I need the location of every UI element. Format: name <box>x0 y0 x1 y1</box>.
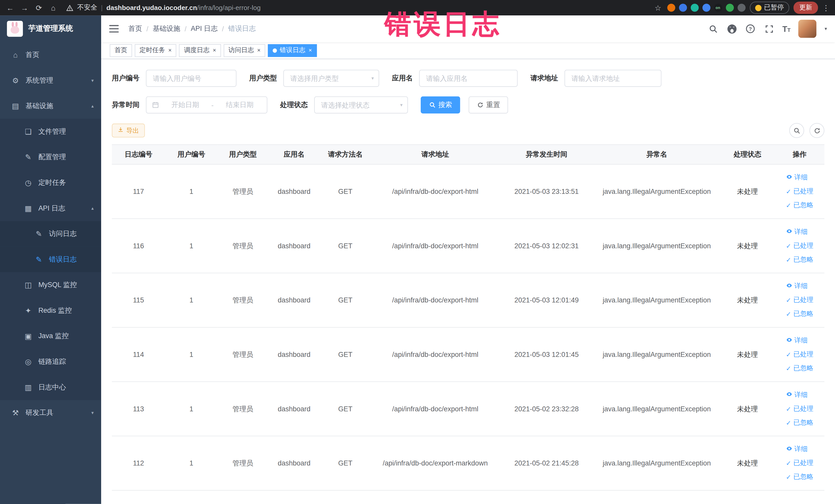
browser-home-icon[interactable]: ⌂ <box>48 3 58 12</box>
help-icon[interactable]: ? <box>745 23 756 34</box>
chevron-down-icon[interactable]: ▾ <box>825 26 827 32</box>
sidebar-item-infrastructure[interactable]: ▤基础设施▴ <box>0 93 101 119</box>
update-button[interactable]: 更新 <box>793 2 818 14</box>
date-range-picker[interactable]: 开始日期 - 结束日期 <box>146 97 267 114</box>
action-processed-link[interactable]: ✓已处理 <box>786 185 813 199</box>
action-detail-link[interactable]: 详细 <box>786 225 808 239</box>
action-label: 已处理 <box>793 187 813 196</box>
sidebar-item-home[interactable]: ⌂首页 <box>0 42 101 68</box>
action-ignored-link[interactable]: ✓已忽略 <box>786 253 813 266</box>
breadcrumb-item[interactable]: API 日志 <box>191 24 218 33</box>
action-processed-link[interactable]: ✓已处理 <box>786 456 813 470</box>
extension-icon[interactable] <box>737 4 745 12</box>
url-cell: /api/infra/db-doc/export-html <box>371 327 500 382</box>
action-detail-link[interactable]: 详细 <box>786 442 808 456</box>
hide-search-button[interactable] <box>789 123 804 138</box>
sidebar-item-mysql-monitor[interactable]: ◫MySQL 监控 <box>0 272 101 298</box>
close-icon[interactable]: × <box>213 47 216 54</box>
sidebar-item-redis-monitor[interactable]: ✦Redis 监控 <box>0 298 101 323</box>
user-type-select[interactable]: ▾ <box>283 70 379 87</box>
sidebar-item-label: 基础设施 <box>26 101 54 110</box>
app-name-cell: dashboard <box>268 436 320 490</box>
tab-scheduled-jobs[interactable]: 定时任务× <box>135 44 177 57</box>
action-detail-link[interactable]: 详细 <box>786 388 808 402</box>
tab-error-log[interactable]: 错误日志× <box>268 44 317 57</box>
extension-icon[interactable] <box>726 4 734 12</box>
github-icon[interactable] <box>727 23 737 34</box>
active-dot <box>273 48 277 53</box>
tab-access-log[interactable]: 访问日志× <box>224 44 265 57</box>
sidebar-item-trace[interactable]: ◎链路追踪 <box>0 349 101 375</box>
action-processed-link[interactable]: ✓已处理 <box>786 402 813 416</box>
browser-menu-icon[interactable]: ⋮ <box>822 3 830 12</box>
process-status-select[interactable]: ▾ <box>314 97 408 114</box>
reload-icon[interactable]: ⟳ <box>34 3 44 12</box>
breadcrumb-item[interactable]: 首页 <box>128 24 142 33</box>
app-name-input[interactable] <box>419 70 518 87</box>
user-id-input[interactable] <box>146 70 237 87</box>
sidebar-item-system-management[interactable]: ⚙系统管理▾ <box>0 67 101 93</box>
tab-home[interactable]: 首页 <box>109 44 132 57</box>
process-status-select-input[interactable] <box>314 97 408 114</box>
forward-icon[interactable]: → <box>20 3 29 12</box>
sidebar-item-config-management[interactable]: ✎配置管理 <box>0 144 101 170</box>
close-icon[interactable]: × <box>308 47 312 54</box>
action-ignored-link[interactable]: ✓已忽略 <box>786 307 813 321</box>
export-button[interactable]: 导出 <box>112 123 145 137</box>
time-cell: 2021-05-02 23:32:28 <box>500 382 593 436</box>
search-icon[interactable] <box>708 23 718 34</box>
close-icon[interactable]: × <box>257 47 261 54</box>
sidebar-item-api-log[interactable]: ▦API 日志▴ <box>0 195 101 221</box>
sidebar-item-java-monitor[interactable]: ▣Java 监控 <box>0 323 101 349</box>
extension-icon[interactable] <box>667 4 675 12</box>
action-processed-link[interactable]: ✓已处理 <box>786 348 813 362</box>
action-processed-link[interactable]: ✓已处理 <box>786 239 813 253</box>
action-ignored-link[interactable]: ✓已忽略 <box>786 199 813 212</box>
request-url-input[interactable] <box>565 70 661 87</box>
back-icon[interactable]: ← <box>5 3 15 12</box>
security-label[interactable]: 不安全 <box>77 3 97 12</box>
actions-cell: 详细✓已处理✓已忽略 <box>775 436 824 490</box>
refresh-button[interactable] <box>810 123 824 138</box>
breadcrumb-item[interactable]: 基础设施 <box>153 24 180 33</box>
bookmark-star-icon[interactable]: ☆ <box>653 3 663 12</box>
paused-badge[interactable]: 已暂停 <box>750 2 789 14</box>
date-range-separator: - <box>211 101 213 109</box>
action-label: 已忽略 <box>793 364 813 373</box>
avatar[interactable] <box>798 20 817 38</box>
sidebar-item-dev-tools[interactable]: ⚒研发工具▾ <box>0 400 101 426</box>
sidebar-item-access-log[interactable]: ✎访问日志 <box>0 221 101 247</box>
table-tools <box>789 123 824 138</box>
action-detail-link[interactable]: 详细 <box>786 279 808 293</box>
action-processed-link[interactable]: ✓已处理 <box>786 293 813 307</box>
breadcrumb: 首页/基础设施/API 日志/错误日志 <box>128 24 256 33</box>
tab-schedule-log[interactable]: 调度日志× <box>179 44 221 57</box>
check-icon: ✓ <box>786 243 791 249</box>
action-detail-link[interactable]: 详细 <box>786 171 808 185</box>
extension-icon[interactable] <box>702 4 710 12</box>
extension-icon[interactable] <box>691 4 698 12</box>
sidebar-item-scheduled-jobs[interactable]: ◷定时任务 <box>0 170 101 196</box>
reset-button[interactable]: 重置 <box>469 97 508 114</box>
url-text[interactable]: dashboard.yudao.iocoder.cn/infra/log/api… <box>106 4 261 12</box>
user-type-select-input[interactable] <box>283 70 379 87</box>
exception-cell: java.lang.IllegalArgumentException <box>593 382 720 436</box>
action-ignored-link[interactable]: ✓已忽略 <box>786 362 813 375</box>
extension-icon[interactable]: on <box>714 4 722 12</box>
user-type-cell: 管理员 <box>218 382 268 436</box>
sidebar-item-log-center[interactable]: ▥日志中心 <box>0 375 101 400</box>
sidebar-item-file-management[interactable]: ❏文件管理 <box>0 119 101 144</box>
action-ignored-link[interactable]: ✓已忽略 <box>786 470 813 484</box>
sidebar-item-error-log[interactable]: ✎错误日志 <box>0 247 101 273</box>
hamburger-icon[interactable] <box>109 25 119 33</box>
exception-cell: java.lang.IllegalArgumentException <box>593 164 720 219</box>
extension-icon[interactable] <box>679 4 687 12</box>
action-detail-link[interactable]: 详细 <box>786 334 808 348</box>
fullscreen-icon[interactable] <box>764 23 774 34</box>
text-size-icon[interactable]: TT <box>782 24 791 33</box>
url-cell: /api/infra/db-doc/export-html <box>371 382 500 436</box>
close-icon[interactable]: × <box>168 47 172 54</box>
search-button[interactable]: 搜索 <box>421 97 460 114</box>
address-bar[interactable]: 不安全 | dashboard.yudao.iocoder.cn/infra/l… <box>66 3 648 12</box>
action-ignored-link[interactable]: ✓已忽略 <box>786 416 813 429</box>
